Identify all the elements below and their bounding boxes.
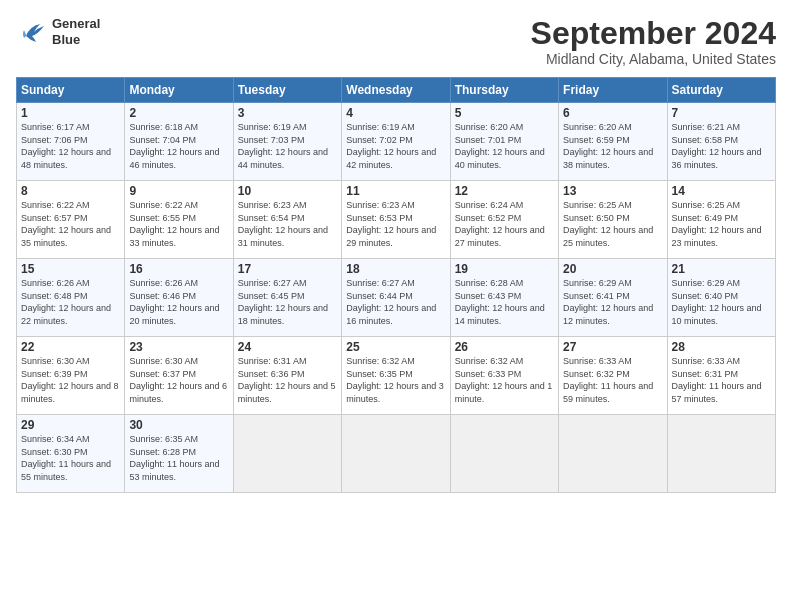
day-info: Sunrise: 6:31 AMSunset: 6:36 PMDaylight:… (238, 355, 337, 405)
day-info: Sunrise: 6:32 AMSunset: 6:35 PMDaylight:… (346, 355, 445, 405)
day-info: Sunrise: 6:25 AMSunset: 6:50 PMDaylight:… (563, 199, 662, 249)
calendar-day-cell: 11Sunrise: 6:23 AMSunset: 6:53 PMDayligh… (342, 181, 450, 259)
calendar-header-cell: Sunday (17, 78, 125, 103)
logo-icon (16, 18, 48, 46)
calendar-day-cell: 19Sunrise: 6:28 AMSunset: 6:43 PMDayligh… (450, 259, 558, 337)
day-number: 15 (21, 262, 120, 276)
day-number: 19 (455, 262, 554, 276)
day-info: Sunrise: 6:33 AMSunset: 6:32 PMDaylight:… (563, 355, 662, 405)
calendar-day-cell (233, 415, 341, 493)
day-number: 17 (238, 262, 337, 276)
day-number: 8 (21, 184, 120, 198)
title-section: September 2024 Midland City, Alabama, Un… (531, 16, 776, 67)
day-info: Sunrise: 6:26 AMSunset: 6:46 PMDaylight:… (129, 277, 228, 327)
calendar-day-cell: 3Sunrise: 6:19 AMSunset: 7:03 PMDaylight… (233, 103, 341, 181)
day-info: Sunrise: 6:28 AMSunset: 6:43 PMDaylight:… (455, 277, 554, 327)
day-number: 9 (129, 184, 228, 198)
header: General Blue September 2024 Midland City… (16, 16, 776, 67)
calendar-day-cell: 14Sunrise: 6:25 AMSunset: 6:49 PMDayligh… (667, 181, 775, 259)
calendar-week-row: 1Sunrise: 6:17 AMSunset: 7:06 PMDaylight… (17, 103, 776, 181)
day-number: 14 (672, 184, 771, 198)
day-number: 7 (672, 106, 771, 120)
day-info: Sunrise: 6:30 AMSunset: 6:37 PMDaylight:… (129, 355, 228, 405)
day-number: 23 (129, 340, 228, 354)
calendar-header-cell: Friday (559, 78, 667, 103)
day-info: Sunrise: 6:25 AMSunset: 6:49 PMDaylight:… (672, 199, 771, 249)
calendar-day-cell (559, 415, 667, 493)
day-info: Sunrise: 6:24 AMSunset: 6:52 PMDaylight:… (455, 199, 554, 249)
calendar-day-cell: 22Sunrise: 6:30 AMSunset: 6:39 PMDayligh… (17, 337, 125, 415)
logo: General Blue (16, 16, 100, 47)
calendar-day-cell: 4Sunrise: 6:19 AMSunset: 7:02 PMDaylight… (342, 103, 450, 181)
calendar-day-cell: 23Sunrise: 6:30 AMSunset: 6:37 PMDayligh… (125, 337, 233, 415)
day-number: 12 (455, 184, 554, 198)
day-info: Sunrise: 6:32 AMSunset: 6:33 PMDaylight:… (455, 355, 554, 405)
day-info: Sunrise: 6:34 AMSunset: 6:30 PMDaylight:… (21, 433, 120, 483)
day-number: 16 (129, 262, 228, 276)
day-info: Sunrise: 6:19 AMSunset: 7:03 PMDaylight:… (238, 121, 337, 171)
day-number: 30 (129, 418, 228, 432)
day-number: 27 (563, 340, 662, 354)
day-info: Sunrise: 6:17 AMSunset: 7:06 PMDaylight:… (21, 121, 120, 171)
calendar-day-cell: 25Sunrise: 6:32 AMSunset: 6:35 PMDayligh… (342, 337, 450, 415)
day-number: 3 (238, 106, 337, 120)
calendar-day-cell: 15Sunrise: 6:26 AMSunset: 6:48 PMDayligh… (17, 259, 125, 337)
day-number: 28 (672, 340, 771, 354)
day-number: 5 (455, 106, 554, 120)
day-info: Sunrise: 6:22 AMSunset: 6:55 PMDaylight:… (129, 199, 228, 249)
calendar-day-cell: 21Sunrise: 6:29 AMSunset: 6:40 PMDayligh… (667, 259, 775, 337)
day-info: Sunrise: 6:29 AMSunset: 6:40 PMDaylight:… (672, 277, 771, 327)
day-number: 21 (672, 262, 771, 276)
logo-text: General Blue (52, 16, 100, 47)
calendar-day-cell: 1Sunrise: 6:17 AMSunset: 7:06 PMDaylight… (17, 103, 125, 181)
calendar-body: 1Sunrise: 6:17 AMSunset: 7:06 PMDaylight… (17, 103, 776, 493)
calendar-week-row: 22Sunrise: 6:30 AMSunset: 6:39 PMDayligh… (17, 337, 776, 415)
day-number: 11 (346, 184, 445, 198)
day-number: 26 (455, 340, 554, 354)
calendar-day-cell: 24Sunrise: 6:31 AMSunset: 6:36 PMDayligh… (233, 337, 341, 415)
calendar-day-cell: 20Sunrise: 6:29 AMSunset: 6:41 PMDayligh… (559, 259, 667, 337)
day-info: Sunrise: 6:19 AMSunset: 7:02 PMDaylight:… (346, 121, 445, 171)
day-number: 2 (129, 106, 228, 120)
day-number: 4 (346, 106, 445, 120)
calendar-header-cell: Monday (125, 78, 233, 103)
calendar-day-cell: 27Sunrise: 6:33 AMSunset: 6:32 PMDayligh… (559, 337, 667, 415)
day-info: Sunrise: 6:29 AMSunset: 6:41 PMDaylight:… (563, 277, 662, 327)
day-number: 6 (563, 106, 662, 120)
calendar-day-cell: 13Sunrise: 6:25 AMSunset: 6:50 PMDayligh… (559, 181, 667, 259)
calendar-header-cell: Tuesday (233, 78, 341, 103)
calendar-header-cell: Wednesday (342, 78, 450, 103)
day-number: 20 (563, 262, 662, 276)
day-info: Sunrise: 6:23 AMSunset: 6:54 PMDaylight:… (238, 199, 337, 249)
day-number: 18 (346, 262, 445, 276)
calendar-day-cell: 5Sunrise: 6:20 AMSunset: 7:01 PMDaylight… (450, 103, 558, 181)
calendar-day-cell: 7Sunrise: 6:21 AMSunset: 6:58 PMDaylight… (667, 103, 775, 181)
calendar-day-cell (667, 415, 775, 493)
calendar-day-cell: 10Sunrise: 6:23 AMSunset: 6:54 PMDayligh… (233, 181, 341, 259)
day-info: Sunrise: 6:33 AMSunset: 6:31 PMDaylight:… (672, 355, 771, 405)
calendar-day-cell: 12Sunrise: 6:24 AMSunset: 6:52 PMDayligh… (450, 181, 558, 259)
calendar-header-cell: Thursday (450, 78, 558, 103)
calendar-week-row: 29Sunrise: 6:34 AMSunset: 6:30 PMDayligh… (17, 415, 776, 493)
calendar-day-cell: 9Sunrise: 6:22 AMSunset: 6:55 PMDaylight… (125, 181, 233, 259)
calendar-day-cell: 2Sunrise: 6:18 AMSunset: 7:04 PMDaylight… (125, 103, 233, 181)
calendar-day-cell: 17Sunrise: 6:27 AMSunset: 6:45 PMDayligh… (233, 259, 341, 337)
day-info: Sunrise: 6:21 AMSunset: 6:58 PMDaylight:… (672, 121, 771, 171)
calendar-day-cell: 30Sunrise: 6:35 AMSunset: 6:28 PMDayligh… (125, 415, 233, 493)
calendar-week-row: 8Sunrise: 6:22 AMSunset: 6:57 PMDaylight… (17, 181, 776, 259)
day-info: Sunrise: 6:20 AMSunset: 6:59 PMDaylight:… (563, 121, 662, 171)
day-info: Sunrise: 6:26 AMSunset: 6:48 PMDaylight:… (21, 277, 120, 327)
calendar-day-cell: 29Sunrise: 6:34 AMSunset: 6:30 PMDayligh… (17, 415, 125, 493)
calendar-day-cell: 26Sunrise: 6:32 AMSunset: 6:33 PMDayligh… (450, 337, 558, 415)
calendar-day-cell: 18Sunrise: 6:27 AMSunset: 6:44 PMDayligh… (342, 259, 450, 337)
day-number: 24 (238, 340, 337, 354)
calendar-header-row: SundayMondayTuesdayWednesdayThursdayFrid… (17, 78, 776, 103)
location-title: Midland City, Alabama, United States (531, 51, 776, 67)
month-title: September 2024 (531, 16, 776, 51)
day-info: Sunrise: 6:22 AMSunset: 6:57 PMDaylight:… (21, 199, 120, 249)
day-number: 10 (238, 184, 337, 198)
day-number: 29 (21, 418, 120, 432)
day-info: Sunrise: 6:35 AMSunset: 6:28 PMDaylight:… (129, 433, 228, 483)
day-number: 1 (21, 106, 120, 120)
day-info: Sunrise: 6:30 AMSunset: 6:39 PMDaylight:… (21, 355, 120, 405)
